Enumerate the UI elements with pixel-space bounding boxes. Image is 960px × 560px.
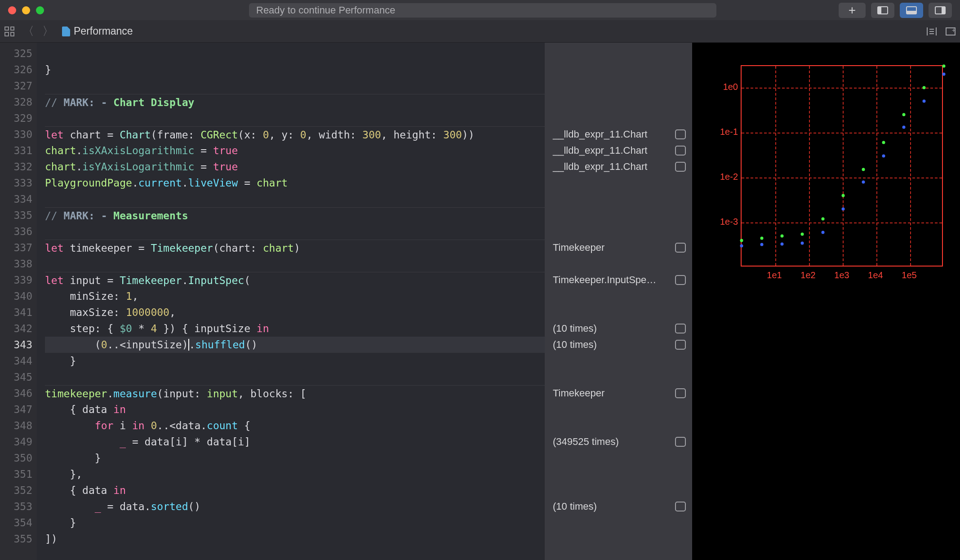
zoom-icon[interactable] — [36, 6, 44, 14]
panel-right-button[interactable] — [929, 3, 952, 18]
result-row — [553, 531, 686, 547]
code-line[interactable]: (0..<inputSize).shuffled() — [45, 337, 545, 353]
code-line[interactable]: } — [45, 450, 545, 466]
quicklook-button[interactable] — [675, 388, 686, 398]
panel-left-button[interactable] — [871, 3, 894, 18]
line-number: 336 — [0, 223, 32, 240]
quicklook-button[interactable] — [675, 146, 686, 156]
chart-point — [781, 243, 784, 246]
quicklook-button[interactable] — [675, 437, 686, 447]
result-row: __lldb_expr_11.Chart — [553, 126, 686, 142]
result-row — [553, 223, 686, 240]
result-row: (10 times) — [553, 337, 686, 353]
breadcrumb[interactable]: Performance — [62, 25, 133, 37]
result-row: Timekeeper — [553, 385, 686, 401]
chart-point — [801, 241, 804, 244]
result-row — [553, 191, 686, 207]
x-tick: 1e2 — [800, 270, 815, 280]
code-line[interactable] — [45, 191, 545, 207]
code-line[interactable]: let chart = Chart(frame: CGRect(x: 0, y:… — [45, 126, 545, 142]
result-row: __lldb_expr_11.Chart — [553, 142, 686, 159]
result-text: Timekeeper — [553, 385, 604, 401]
result-row — [553, 175, 686, 191]
x-tick: 1e5 — [902, 270, 916, 280]
code-line[interactable] — [45, 223, 545, 240]
minimap-icon[interactable] — [927, 27, 937, 36]
quicklook-button[interactable] — [675, 340, 686, 350]
code-line[interactable]: ]) — [45, 531, 545, 547]
nav-forward-icon[interactable]: 〉 — [42, 23, 54, 39]
result-row — [553, 110, 686, 126]
activity-text: Ready to continue Performance — [256, 4, 395, 16]
code-line[interactable]: let timekeeper = Timekeeper(chart: chart… — [45, 240, 545, 256]
code-line[interactable] — [45, 369, 545, 385]
code-line[interactable]: minSize: 1, — [45, 288, 545, 304]
code-editor[interactable]: }// MARK: - Chart Displaylet chart = Cha… — [37, 43, 545, 560]
result-row — [553, 62, 686, 78]
code-line[interactable] — [45, 256, 545, 272]
result-row: (10 times) — [553, 320, 686, 337]
code-line[interactable]: PlaygroundPage.current.liveView = chart — [45, 175, 545, 191]
code-line[interactable]: _ = data[i] * data[i] — [45, 434, 545, 450]
result-text: (10 times) — [553, 320, 597, 337]
close-icon[interactable] — [8, 6, 16, 14]
result-row — [553, 353, 686, 369]
line-number: 352 — [0, 482, 32, 498]
result-text: (10 times) — [553, 337, 597, 353]
code-line[interactable]: step: { $0 * 4 }) { inputSize in — [45, 320, 545, 337]
code-line[interactable]: let input = Timekeeper.InputSpec( — [45, 272, 545, 288]
code-line[interactable]: for i in 0..<data.count { — [45, 418, 545, 434]
code-line[interactable]: maxSize: 1000000, — [45, 304, 545, 320]
new-tab-button[interactable]: + — [839, 3, 866, 18]
result-row — [553, 466, 686, 482]
code-line[interactable]: chart.isYAxisLogarithmic = true — [45, 159, 545, 175]
line-number: 354 — [0, 515, 32, 531]
result-row: Timekeeper — [553, 240, 686, 256]
quicklook-button[interactable] — [675, 129, 686, 139]
minimize-icon[interactable] — [22, 6, 30, 14]
add-editor-icon[interactable] — [946, 27, 956, 36]
code-line[interactable]: chart.isXAxisLogarithmic = true — [45, 142, 545, 159]
line-number: 340 — [0, 288, 32, 304]
code-line[interactable]: { data in — [45, 401, 545, 418]
chart-point — [942, 65, 946, 68]
quicklook-button[interactable] — [675, 162, 686, 172]
line-number: 339 — [0, 272, 32, 288]
quicklook-button[interactable] — [675, 275, 686, 285]
chart-point — [923, 86, 926, 89]
code-line[interactable]: _ = data.sorted() — [45, 498, 545, 515]
result-row: Timekeeper.InputSpe… — [553, 272, 686, 288]
quicklook-button[interactable] — [675, 502, 686, 511]
result-row — [553, 515, 686, 531]
line-number: 333 — [0, 175, 32, 191]
quicklook-button[interactable] — [675, 324, 686, 333]
code-line[interactable]: { data in — [45, 482, 545, 498]
plus-icon: + — [849, 3, 856, 18]
code-line[interactable] — [45, 45, 545, 62]
chart-point — [760, 236, 764, 240]
nav-back-icon[interactable]: 〈 — [22, 23, 34, 39]
code-line[interactable]: } — [45, 515, 545, 531]
code-line[interactable] — [45, 110, 545, 126]
editor-body: 3253263273283293303313323333343353363373… — [0, 43, 960, 560]
panel-bottom-icon — [906, 6, 917, 14]
panel-bottom-button[interactable] — [900, 3, 923, 18]
line-number: 329 — [0, 110, 32, 126]
code-line[interactable] — [45, 78, 545, 94]
activity-status[interactable]: Ready to continue Performance — [249, 3, 716, 18]
code-line[interactable]: // MARK: - Measurements — [45, 207, 545, 223]
line-number: 326 — [0, 62, 32, 78]
result-text: __lldb_expr_11.Chart — [553, 126, 647, 142]
line-number: 351 — [0, 466, 32, 482]
line-number: 338 — [0, 256, 32, 272]
chart-point — [862, 180, 865, 183]
code-line[interactable]: } — [45, 353, 545, 369]
code-line[interactable]: } — [45, 62, 545, 78]
code-line[interactable]: // MARK: - Chart Display — [45, 94, 545, 110]
window-controls — [8, 6, 44, 14]
related-items-icon[interactable] — [4, 27, 14, 36]
quicklook-button[interactable] — [675, 243, 686, 253]
result-row — [553, 304, 686, 320]
code-line[interactable]: }, — [45, 466, 545, 482]
code-line[interactable]: timekeeper.measure(input: input, blocks:… — [45, 385, 545, 401]
